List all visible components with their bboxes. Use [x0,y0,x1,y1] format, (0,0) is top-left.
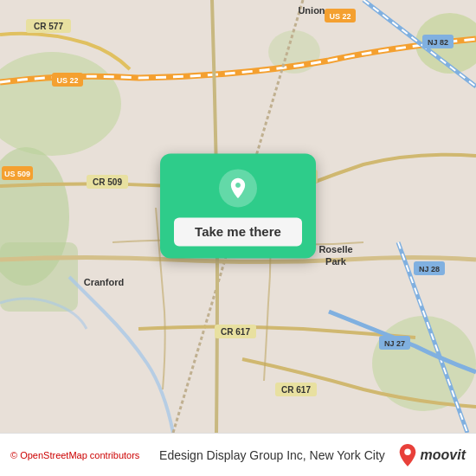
location-pin-icon [219,169,257,207]
svg-text:Roselle: Roselle [318,244,352,254]
svg-text:NJ 27: NJ 27 [384,339,405,348]
svg-point-33 [404,448,410,454]
take-me-there-button[interactable]: Take me there [174,217,302,246]
svg-text:US 509: US 509 [4,170,30,178]
moovit-logo: moovit [398,444,466,466]
svg-text:Park: Park [325,256,347,267]
svg-text:US 22: US 22 [329,12,351,21]
moovit-pin-icon [398,444,417,466]
svg-text:CR 617: CR 617 [281,385,311,395]
svg-text:Cranford: Cranford [84,277,124,287]
svg-text:CR 577: CR 577 [34,22,63,31]
bottom-bar: © OpenStreetMap contributors Edesign Dis… [0,433,476,476]
moovit-text: moovit [421,447,466,463]
svg-text:NJ 82: NJ 82 [428,38,448,47]
osm-attribution: © OpenStreetMap contributors [10,450,139,460]
location-name: Edesign Display Group Inc, New York City [146,448,397,462]
popup-card: Take me there [160,153,316,258]
svg-text:CR 617: CR 617 [221,327,250,337]
svg-text:NJ 28: NJ 28 [419,265,440,273]
svg-text:US 22: US 22 [56,76,78,85]
map-container: CR 577 US 22 US 22 NJ 82 US 509 CR 509 L… [0,0,476,433]
svg-text:Union: Union [298,5,325,16]
svg-text:CR 509: CR 509 [93,177,122,187]
svg-point-3 [372,316,476,411]
